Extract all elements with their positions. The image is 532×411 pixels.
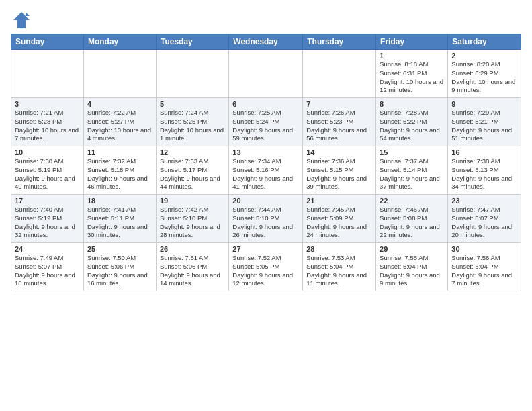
day-info: Sunrise: 7:37 AM Sunset: 5:14 PM Dayligh… [380, 157, 444, 191]
calendar-cell: 15Sunrise: 7:37 AM Sunset: 5:14 PM Dayli… [376, 146, 448, 195]
calendar-header-wednesday: Wednesday [229, 34, 303, 50]
calendar-cell [11, 50, 84, 98]
calendar-header-friday: Friday [376, 34, 448, 50]
calendar-week-4: 17Sunrise: 7:40 AM Sunset: 5:12 PM Dayli… [11, 195, 521, 243]
day-number: 16 [451, 148, 517, 156]
day-number: 22 [380, 197, 444, 205]
header [11, 8, 521, 30]
day-number: 26 [160, 245, 225, 253]
day-info: Sunrise: 7:24 AM Sunset: 5:25 PM Dayligh… [160, 109, 225, 143]
calendar-cell: 13Sunrise: 7:34 AM Sunset: 5:16 PM Dayli… [229, 146, 303, 195]
day-info: Sunrise: 7:33 AM Sunset: 5:17 PM Dayligh… [160, 157, 225, 191]
calendar-cell: 4Sunrise: 7:22 AM Sunset: 5:27 PM Daylig… [83, 98, 156, 146]
day-number: 4 [87, 100, 152, 108]
day-number: 2 [451, 52, 517, 60]
calendar-cell: 21Sunrise: 7:45 AM Sunset: 5:09 PM Dayli… [303, 195, 376, 243]
day-number: 12 [160, 148, 225, 156]
day-info: Sunrise: 7:22 AM Sunset: 5:27 PM Dayligh… [87, 109, 152, 143]
day-info: Sunrise: 7:38 AM Sunset: 5:13 PM Dayligh… [451, 157, 517, 191]
day-number: 13 [232, 148, 299, 156]
calendar-cell: 19Sunrise: 7:42 AM Sunset: 5:10 PM Dayli… [156, 195, 228, 243]
day-number: 1 [380, 52, 444, 60]
page-container: SundayMondayTuesdayWednesdayThursdayFrid… [0, 0, 532, 297]
calendar-cell: 5Sunrise: 7:24 AM Sunset: 5:25 PM Daylig… [156, 98, 228, 146]
calendar-cell: 29Sunrise: 7:55 AM Sunset: 5:04 PM Dayli… [376, 243, 448, 291]
day-info: Sunrise: 7:29 AM Sunset: 5:21 PM Dayligh… [451, 109, 517, 143]
day-info: Sunrise: 7:51 AM Sunset: 5:06 PM Dayligh… [160, 254, 225, 288]
day-info: Sunrise: 7:21 AM Sunset: 5:28 PM Dayligh… [15, 109, 80, 143]
day-info: Sunrise: 7:25 AM Sunset: 5:24 PM Dayligh… [232, 109, 299, 143]
day-info: Sunrise: 8:18 AM Sunset: 6:31 PM Dayligh… [380, 60, 444, 95]
calendar-header-tuesday: Tuesday [156, 34, 228, 50]
day-number: 7 [306, 100, 372, 108]
day-info: Sunrise: 7:42 AM Sunset: 5:10 PM Dayligh… [160, 205, 225, 240]
day-info: Sunrise: 7:55 AM Sunset: 5:04 PM Dayligh… [380, 254, 444, 288]
day-number: 24 [15, 245, 80, 253]
day-info: Sunrise: 7:47 AM Sunset: 5:07 PM Dayligh… [451, 205, 517, 240]
calendar-header-row: SundayMondayTuesdayWednesdayThursdayFrid… [11, 34, 521, 50]
calendar-cell: 12Sunrise: 7:33 AM Sunset: 5:17 PM Dayli… [156, 146, 228, 195]
day-number: 8 [380, 100, 444, 108]
day-number: 14 [306, 148, 372, 156]
day-number: 9 [451, 100, 517, 108]
calendar-cell: 28Sunrise: 7:53 AM Sunset: 5:04 PM Dayli… [303, 243, 376, 291]
day-info: Sunrise: 7:53 AM Sunset: 5:04 PM Dayligh… [306, 254, 372, 288]
day-info: Sunrise: 7:28 AM Sunset: 5:22 PM Dayligh… [380, 109, 444, 143]
calendar-cell: 7Sunrise: 7:26 AM Sunset: 5:23 PM Daylig… [303, 98, 376, 146]
day-info: Sunrise: 7:34 AM Sunset: 5:16 PM Dayligh… [232, 157, 299, 191]
calendar-cell: 16Sunrise: 7:38 AM Sunset: 5:13 PM Dayli… [448, 146, 521, 195]
day-number: 21 [306, 197, 372, 205]
day-info: Sunrise: 7:45 AM Sunset: 5:09 PM Dayligh… [306, 205, 372, 240]
calendar-cell: 11Sunrise: 7:32 AM Sunset: 5:18 PM Dayli… [83, 146, 156, 195]
calendar-cell: 23Sunrise: 7:47 AM Sunset: 5:07 PM Dayli… [448, 195, 521, 243]
calendar-cell: 10Sunrise: 7:30 AM Sunset: 5:19 PM Dayli… [11, 146, 84, 195]
day-info: Sunrise: 7:32 AM Sunset: 5:18 PM Dayligh… [87, 157, 152, 191]
calendar-week-5: 24Sunrise: 7:49 AM Sunset: 5:07 PM Dayli… [11, 243, 521, 291]
day-number: 20 [232, 197, 299, 205]
calendar-cell: 2Sunrise: 8:20 AM Sunset: 6:29 PM Daylig… [448, 50, 521, 98]
calendar-cell: 17Sunrise: 7:40 AM Sunset: 5:12 PM Dayli… [11, 195, 84, 243]
day-info: Sunrise: 7:41 AM Sunset: 5:11 PM Dayligh… [87, 205, 152, 240]
calendar-cell [303, 50, 376, 98]
calendar-header-thursday: Thursday [303, 34, 376, 50]
day-number: 3 [15, 100, 80, 108]
day-info: Sunrise: 7:36 AM Sunset: 5:15 PM Dayligh… [306, 157, 372, 191]
calendar-week-3: 10Sunrise: 7:30 AM Sunset: 5:19 PM Dayli… [11, 146, 521, 195]
day-info: Sunrise: 7:44 AM Sunset: 5:10 PM Dayligh… [232, 205, 299, 240]
calendar-cell [156, 50, 228, 98]
day-info: Sunrise: 7:56 AM Sunset: 5:04 PM Dayligh… [451, 254, 517, 288]
calendar-cell: 27Sunrise: 7:52 AM Sunset: 5:05 PM Dayli… [229, 243, 303, 291]
day-number: 30 [451, 245, 517, 253]
logo-icon [12, 11, 31, 30]
calendar-cell: 20Sunrise: 7:44 AM Sunset: 5:10 PM Dayli… [229, 195, 303, 243]
calendar-header-sunday: Sunday [11, 34, 84, 50]
day-number: 27 [232, 245, 299, 253]
calendar-cell: 22Sunrise: 7:46 AM Sunset: 5:08 PM Dayli… [376, 195, 448, 243]
day-number: 5 [160, 100, 225, 108]
day-info: Sunrise: 7:46 AM Sunset: 5:08 PM Dayligh… [380, 205, 444, 240]
calendar-cell [83, 50, 156, 98]
calendar-table: SundayMondayTuesdayWednesdayThursdayFrid… [11, 34, 521, 291]
day-info: Sunrise: 7:52 AM Sunset: 5:05 PM Dayligh… [232, 254, 299, 288]
day-number: 29 [380, 245, 444, 253]
svg-marker-1 [26, 12, 30, 16]
calendar-week-2: 3Sunrise: 7:21 AM Sunset: 5:28 PM Daylig… [11, 98, 521, 146]
day-number: 11 [87, 148, 152, 156]
day-number: 19 [160, 197, 225, 205]
calendar-cell: 9Sunrise: 7:29 AM Sunset: 5:21 PM Daylig… [448, 98, 521, 146]
calendar-cell [229, 50, 303, 98]
day-info: Sunrise: 7:26 AM Sunset: 5:23 PM Dayligh… [306, 109, 372, 143]
calendar-cell: 26Sunrise: 7:51 AM Sunset: 5:06 PM Dayli… [156, 243, 228, 291]
calendar-cell: 8Sunrise: 7:28 AM Sunset: 5:22 PM Daylig… [376, 98, 448, 146]
day-number: 15 [380, 148, 444, 156]
day-info: Sunrise: 7:40 AM Sunset: 5:12 PM Dayligh… [15, 205, 80, 240]
day-number: 28 [306, 245, 372, 253]
day-number: 10 [15, 148, 80, 156]
calendar-cell: 30Sunrise: 7:56 AM Sunset: 5:04 PM Dayli… [448, 243, 521, 291]
calendar-cell: 1Sunrise: 8:18 AM Sunset: 6:31 PM Daylig… [376, 50, 448, 98]
day-info: Sunrise: 7:49 AM Sunset: 5:07 PM Dayligh… [15, 254, 80, 288]
calendar-cell: 18Sunrise: 7:41 AM Sunset: 5:11 PM Dayli… [83, 195, 156, 243]
day-number: 18 [87, 197, 152, 205]
calendar-header-saturday: Saturday [448, 34, 521, 50]
day-info: Sunrise: 7:50 AM Sunset: 5:06 PM Dayligh… [87, 254, 152, 288]
